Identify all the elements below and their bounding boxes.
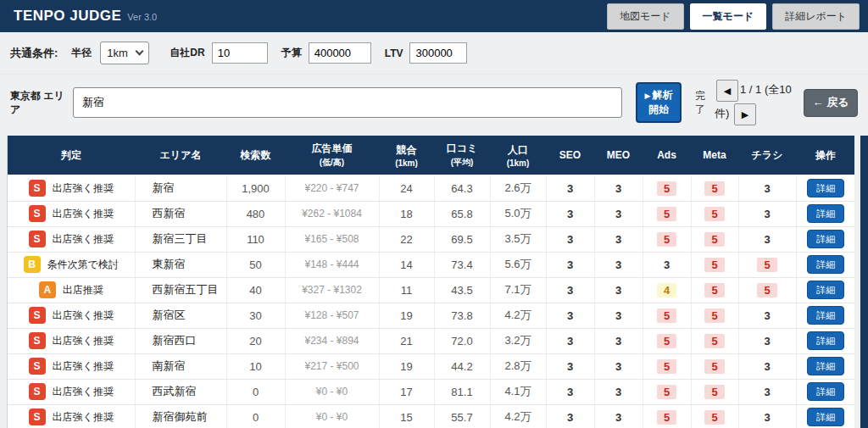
searches-cell: 50 <box>226 252 285 277</box>
judgment-cell: S出店強く推奨 <box>8 379 135 404</box>
population-cell: 2.8万 <box>490 353 546 379</box>
score-value: 5 <box>704 207 724 221</box>
judgment-cell: S出店強く推奨 <box>8 175 135 201</box>
detail-button[interactable]: 詳細 <box>807 230 844 248</box>
radius-select[interactable]: 1km <box>100 42 149 64</box>
score-value: 3 <box>757 359 776 374</box>
score-value: 3 <box>560 207 580 221</box>
judgment-cell: S出店強く推奨 <box>8 201 135 226</box>
column-header-searches: 検索数 <box>226 136 285 175</box>
judgment-label: 出店強く推奨 <box>53 308 114 323</box>
action-cell: 詳細 <box>796 404 854 428</box>
grade-badge: S <box>29 205 46 222</box>
score-value: 5 <box>757 283 776 297</box>
table-scrollbar[interactable] <box>860 136 868 428</box>
score-value: 3 <box>609 207 628 221</box>
meta-score-cell: 5 <box>691 277 738 303</box>
flyer-score-cell: 3 <box>738 201 796 226</box>
meta-score-cell: 5 <box>691 404 738 428</box>
detail-button[interactable]: 詳細 <box>807 357 844 375</box>
meo-score-cell: 3 <box>594 379 643 404</box>
action-cell: 詳細 <box>796 175 854 201</box>
table-row: S出店強く推奨西新宿480¥262 - ¥10841865.85.0万33553… <box>8 201 854 226</box>
table-row: S出店強く推奨西武新宿0¥0 - ¥01781.14.1万33553詳細 <box>8 379 854 404</box>
judgment-cell: S出店強く推奨 <box>8 353 135 379</box>
ad-cost-cell: ¥217 - ¥500 <box>285 353 379 379</box>
judgment-label: 出店強く推奨 <box>53 385 114 399</box>
meo-score-cell: 3 <box>594 201 643 226</box>
score-value: 3 <box>609 359 628 374</box>
budget-label: 予算 <box>281 46 302 60</box>
common-conditions-label: 共通条件: <box>10 46 58 61</box>
reviews-cell: 55.7 <box>434 404 490 428</box>
seo-score-cell: 3 <box>546 252 594 277</box>
list-mode-button[interactable]: 一覧モード <box>690 3 767 30</box>
score-value: 3 <box>560 410 580 425</box>
searches-cell: 480 <box>226 201 285 226</box>
budget-input[interactable] <box>309 42 371 64</box>
score-value: 5 <box>704 385 724 399</box>
detail-button[interactable]: 詳細 <box>807 331 844 350</box>
prev-page-button[interactable]: ◀ <box>716 80 738 102</box>
detail-button[interactable]: 詳細 <box>807 204 844 223</box>
seo-score-cell: 3 <box>546 328 594 353</box>
searches-cell: 40 <box>226 277 285 303</box>
table-row: S出店強く推奨新宿御苑前0¥0 - ¥01555.74.2万33553詳細 <box>8 404 854 428</box>
grade-badge: B <box>24 256 41 273</box>
meta-score-cell: 5 <box>691 175 738 201</box>
analyze-start-button[interactable]: ▶解析 開始 <box>636 82 682 123</box>
detail-button[interactable]: 詳細 <box>807 255 844 274</box>
reviews-cell: 81.1 <box>434 379 490 404</box>
score-value: 3 <box>757 181 776 196</box>
flyer-score-cell: 3 <box>738 404 796 428</box>
competitors-cell: 24 <box>379 175 434 201</box>
ads-score-cell: 3 <box>643 252 691 277</box>
score-value: 5 <box>704 410 724 425</box>
grade-badge: A <box>39 281 56 298</box>
area-keyword-input[interactable] <box>73 87 622 118</box>
population-cell: 4.2万 <box>490 404 546 428</box>
own-dr-input[interactable] <box>212 42 268 64</box>
area-label: 東京都 エリア <box>10 89 66 116</box>
map-mode-button[interactable]: 地図モード <box>607 3 684 30</box>
reviews-cell: 65.8 <box>434 201 490 226</box>
searches-cell: 10 <box>226 353 285 379</box>
score-value: 5 <box>657 308 676 323</box>
back-button[interactable]: ← 戻る <box>804 89 858 117</box>
score-value: 3 <box>609 334 628 348</box>
detail-button[interactable]: 詳細 <box>807 408 844 426</box>
flyer-score-cell: 3 <box>738 303 796 328</box>
seo-score-cell: 3 <box>546 353 594 379</box>
radius-selected-value: 1km <box>107 47 128 59</box>
meo-score-cell: 3 <box>594 226 643 252</box>
detail-button[interactable]: 詳細 <box>807 179 844 197</box>
population-cell: 4.2万 <box>490 303 546 328</box>
area-name-cell: 西新宿 <box>135 201 226 226</box>
ads-score-cell: 5 <box>643 353 691 379</box>
meo-score-cell: 3 <box>594 277 643 303</box>
competitors-cell: 18 <box>379 201 434 226</box>
score-value: 3 <box>757 232 776 247</box>
area-name-cell: 新宿西口 <box>135 328 226 353</box>
score-value: 5 <box>657 181 676 196</box>
searches-cell: 1,900 <box>226 175 285 201</box>
score-value: 3 <box>757 207 776 221</box>
searches-cell: 30 <box>226 303 285 328</box>
detail-button[interactable]: 詳細 <box>807 382 844 401</box>
meta-score-cell: 5 <box>691 201 738 226</box>
ltv-input[interactable] <box>409 42 467 64</box>
right-arrow-icon: ▶ <box>742 109 748 120</box>
judgment-label: 出店推奨 <box>63 283 103 297</box>
score-value: 3 <box>560 359 580 374</box>
detail-report-button[interactable]: 詳細レポート <box>772 3 860 30</box>
score-value: 5 <box>704 334 724 348</box>
column-header-ads: Ads <box>643 136 691 175</box>
meta-score-cell: 5 <box>691 353 738 379</box>
score-value: 3 <box>560 258 580 272</box>
detail-button[interactable]: 詳細 <box>807 306 844 325</box>
grade-badge: S <box>29 231 46 247</box>
flyer-score-cell: 3 <box>738 328 796 353</box>
detail-button[interactable]: 詳細 <box>807 281 844 299</box>
next-page-button[interactable]: ▶ <box>734 103 756 125</box>
area-name-cell: 西新宿五丁目 <box>135 277 226 303</box>
